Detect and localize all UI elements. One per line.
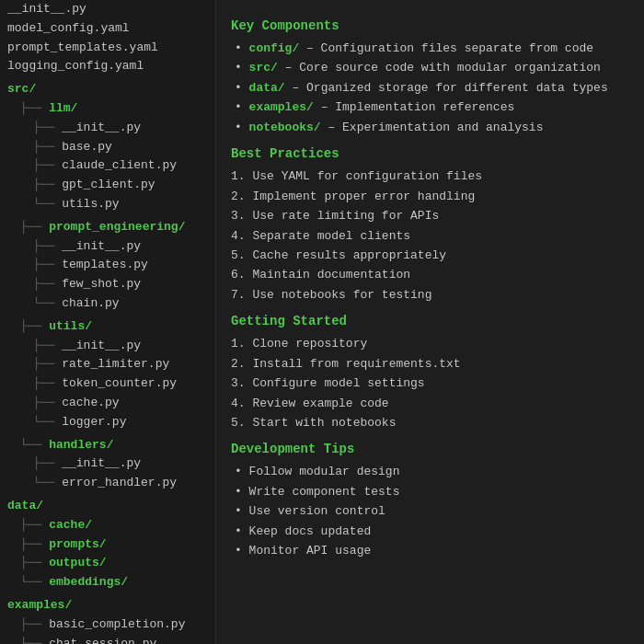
tree-item[interactable]: ├── base.py xyxy=(7,138,215,157)
list-item: Write component tests xyxy=(231,482,629,501)
tree-item[interactable]: ├── rate_limiter.py xyxy=(7,355,215,374)
list-item: Maintain documentation xyxy=(231,265,629,284)
tree-dirname: src/ xyxy=(7,82,36,96)
tree-dirname: embeddings/ xyxy=(49,575,128,589)
tree-dirname: prompt_engineering/ xyxy=(49,220,185,234)
tree-connector: ├── xyxy=(20,637,49,645)
list-item: config/ – Configuration files separate f… xyxy=(231,39,629,58)
tree-dirname: utils/ xyxy=(49,319,92,333)
list-item: Implement proper error handling xyxy=(231,187,629,206)
tree-item[interactable]: ├── cache.py xyxy=(7,394,215,413)
tree-item[interactable]: ├── utils/ xyxy=(7,317,215,337)
tree-filename: prompt_templates.yaml xyxy=(7,40,158,54)
list-item: Review example code xyxy=(231,394,629,413)
list-item: Follow modular design xyxy=(231,462,629,481)
list-item: Configure model settings xyxy=(231,374,629,393)
tree-filename: rate_limiter.py xyxy=(62,357,169,371)
tree-connector: └── xyxy=(33,476,62,489)
keyword: config/ xyxy=(249,41,300,55)
tree-filename: few_shot.py xyxy=(62,277,141,291)
tree-item[interactable]: examples/ xyxy=(7,596,215,615)
tree-filename: gpt_client.py xyxy=(62,178,155,191)
tree-item[interactable]: prompt_templates.yaml xyxy=(7,39,215,58)
tree-item[interactable]: └── error_handler.py xyxy=(7,474,215,493)
tree-filename: basic_completion.py xyxy=(49,617,185,631)
content-panel: Key Componentsconfig/ – Configuration fi… xyxy=(216,0,644,644)
tree-item[interactable]: ├── templates.py xyxy=(7,256,215,275)
tree-filename: utils.py xyxy=(62,197,119,211)
tree-connector: └── xyxy=(20,575,49,589)
keyword: data/ xyxy=(249,81,285,95)
tree-item[interactable]: ├── __init__.py xyxy=(7,237,215,257)
list-item: Start with notebooks xyxy=(231,413,629,432)
tree-item[interactable]: ├── token_counter.py xyxy=(7,374,215,394)
list-item: notebooks/ – Experimentation and analysi… xyxy=(231,118,629,137)
tree-filename: __init__.py xyxy=(62,339,141,352)
tree-filename: token_counter.py xyxy=(62,376,177,390)
tree-connector: ├── xyxy=(33,158,62,172)
tree-filename: chat_session.py xyxy=(49,637,156,645)
list-item: Install from requirements.txt xyxy=(231,354,629,374)
tree-filename: cache.py xyxy=(62,396,119,409)
list-item: Use rate limiting for APIs xyxy=(231,206,629,225)
tree-dirname: prompts/ xyxy=(49,537,106,551)
tree-connector: └── xyxy=(33,415,62,429)
tree-item[interactable]: └── handlers/ xyxy=(7,436,215,455)
keyword: src/ xyxy=(249,61,278,75)
tree-connector: ├── xyxy=(33,121,62,134)
tree-connector: ├── xyxy=(20,537,49,551)
list-item: examples/ – Implementation references xyxy=(231,98,629,117)
tree-item[interactable]: ├── __init__.py xyxy=(7,337,215,356)
tree-filename: error_handler.py xyxy=(62,476,177,489)
tree-connector: └── xyxy=(33,197,62,211)
list-item: Monitor API usage xyxy=(231,541,629,560)
tree-item[interactable]: └── utils.py xyxy=(7,195,215,214)
tree-connector: ├── xyxy=(33,396,62,409)
tree-item[interactable]: src/ xyxy=(7,80,215,99)
tree-item[interactable]: └── logger.py xyxy=(7,413,215,432)
tree-filename: __init__.py xyxy=(62,239,141,253)
section-list-best-practices: Use YAML for configuration filesImplemen… xyxy=(231,167,629,305)
tree-connector: ├── xyxy=(20,319,49,333)
tree-item[interactable]: ├── chat_session.py xyxy=(7,635,215,645)
tree-item[interactable]: └── embeddings/ xyxy=(7,573,215,592)
list-item: Use notebooks for testing xyxy=(231,285,629,305)
tree-item[interactable]: └── chain.py xyxy=(7,294,215,314)
tree-connector: ├── xyxy=(33,258,62,271)
tree-item[interactable]: ├── outputs/ xyxy=(7,554,215,573)
tree-item[interactable]: model_config.yaml xyxy=(7,19,215,39)
tree-connector: ├── xyxy=(33,140,62,154)
tree-connector: ├── xyxy=(33,277,62,291)
keyword: notebooks/ xyxy=(249,121,321,134)
tree-item[interactable]: logging_config.yaml xyxy=(7,57,215,76)
tree-dirname: llm/ xyxy=(49,101,77,115)
tree-item[interactable]: ├── gpt_client.py xyxy=(7,176,215,195)
tree-item[interactable]: ├── few_shot.py xyxy=(7,275,215,294)
tree-filename: base.py xyxy=(62,140,112,154)
tree-item[interactable]: ├── claude_client.py xyxy=(7,156,215,176)
tree-item[interactable]: ├── cache/ xyxy=(7,516,215,535)
tree-item[interactable]: ├── __init__.py xyxy=(7,454,215,474)
keyword: examples/ xyxy=(249,100,314,114)
tree-dirname: outputs/ xyxy=(49,556,106,569)
section-title-development-tips: Development Tips xyxy=(231,442,629,456)
list-item: Use version control xyxy=(231,501,629,521)
tree-dirname: data/ xyxy=(7,499,43,512)
section-list-getting-started: Clone repositoryInstall from requirement… xyxy=(231,334,629,432)
tree-item[interactable]: ├── prompt_engineering/ xyxy=(7,218,215,237)
list-item: Clone repository xyxy=(231,334,629,353)
tree-item[interactable]: ├── __init__.py xyxy=(7,119,215,138)
tree-item[interactable]: ├── basic_completion.py xyxy=(7,615,215,635)
tree-filename: templates.py xyxy=(62,258,148,271)
section-list-development-tips: Follow modular designWrite component tes… xyxy=(231,462,629,560)
tree-connector: ├── xyxy=(20,518,49,532)
tree-dirname: examples/ xyxy=(7,598,72,612)
tree-item[interactable]: data/ xyxy=(7,497,215,516)
tree-connector: ├── xyxy=(33,376,62,390)
tree-item[interactable]: ├── llm/ xyxy=(7,99,215,119)
list-item: Cache results appropriately xyxy=(231,246,629,265)
tree-connector: └── xyxy=(33,296,62,310)
tree-item[interactable]: ├── prompts/ xyxy=(7,535,215,555)
tree-filename: __init__.py xyxy=(62,456,141,470)
tree-item[interactable]: __init__.py xyxy=(7,0,215,19)
